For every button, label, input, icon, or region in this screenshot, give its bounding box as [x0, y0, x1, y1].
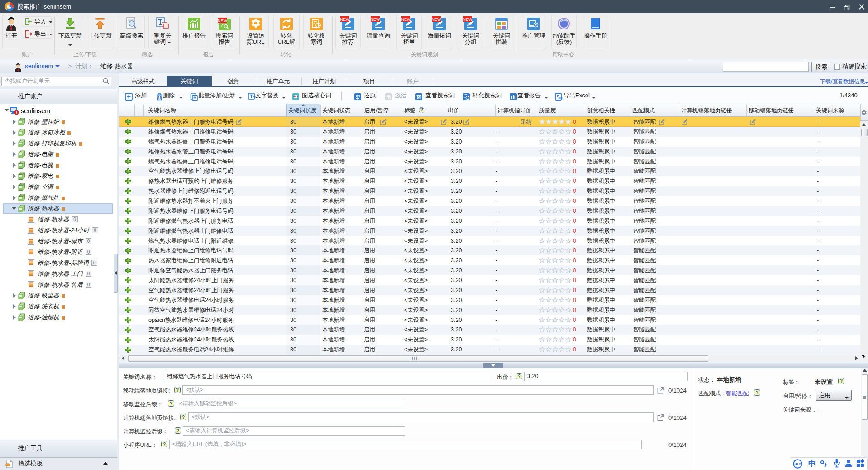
svg-text:?: ? — [163, 442, 166, 447]
svg-text:?: ? — [176, 428, 179, 433]
svg-text:NEW: NEW — [401, 17, 411, 22]
svg-text:?: ? — [518, 374, 520, 379]
svg-text:NEW: NEW — [218, 19, 228, 23]
svg-text:NEW: NEW — [463, 17, 473, 22]
svg-text:iFLY: iFLY — [794, 463, 801, 466]
svg-text:?: ? — [176, 388, 179, 393]
svg-text:NEW: NEW — [432, 17, 442, 22]
svg-text:NEW: NEW — [340, 17, 350, 22]
svg-text:?: ? — [756, 390, 758, 395]
svg-text:NEW: NEW — [371, 17, 381, 22]
svg-text:?: ? — [170, 401, 172, 406]
svg-text:?: ? — [182, 415, 185, 420]
svg-text:?: ? — [840, 379, 843, 384]
